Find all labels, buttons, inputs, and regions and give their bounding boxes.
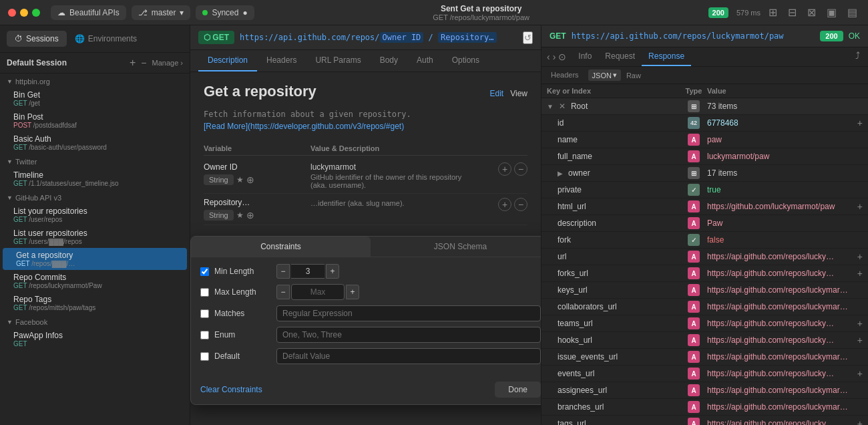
tree-row-url[interactable]: url A https://api.github.com/repos/lucky… [541, 249, 868, 265]
manage-button[interactable]: Manage › [152, 59, 183, 67]
view-button[interactable]: View [510, 89, 527, 98]
expand-root-icon[interactable]: ▼ [547, 103, 554, 110]
tree-row-owner[interactable]: ▶ owner ⊞ 17 items [541, 165, 868, 182]
star-button[interactable]: ★ [236, 175, 244, 184]
tab-description[interactable]: Description [198, 50, 257, 72]
tree-row-hooks-url[interactable]: hooks_url A https://api.github.com/repos… [541, 332, 868, 349]
add-value-button[interactable]: + [857, 201, 863, 212]
add-value-button[interactable]: + [857, 268, 863, 279]
read-more-link[interactable]: [Read More](https://developer.github.com… [204, 122, 527, 131]
tab-environments[interactable]: 🌐 Environments [67, 31, 145, 47]
response-history-button[interactable]: ⊙ [558, 51, 566, 62]
sidebar-item-bin-get[interactable]: Bin Get GET /get [0, 88, 190, 110]
remove-row-button2[interactable]: − [514, 198, 527, 211]
sidebar-item-repo-tags[interactable]: Repo Tags GET /repos/mittsh/paw/tags [0, 292, 190, 314]
tab-sessions[interactable]: ⏱ Sessions [7, 31, 67, 47]
matches-checkbox[interactable] [200, 309, 209, 318]
resp-sub-tab-headers[interactable]: Headers [547, 69, 583, 81]
done-button[interactable]: Done [495, 382, 541, 398]
minimize-button[interactable] [20, 9, 28, 17]
resp-sub-tab-json[interactable]: JSON ▾ [588, 69, 621, 81]
tab-headers[interactable]: Headers [257, 50, 306, 72]
tree-row-collaborators-url[interactable]: collaborators_url A https://api.github.c… [541, 299, 868, 315]
tree-row-teams-url[interactable]: teams_url A https://api.github.com/repos… [541, 315, 868, 332]
resp-tab-request[interactable]: Request [598, 47, 642, 66]
enum-checkbox[interactable] [200, 331, 209, 339]
sidebar-item-list-user-repos[interactable]: List user repositories GET /users/▓▓▓/re… [0, 226, 190, 248]
add-value-button[interactable]: + [857, 318, 863, 329]
tab-auth[interactable]: Auth [407, 50, 443, 72]
resp-sub-tab-raw[interactable]: Raw [626, 69, 641, 81]
var-value-owner[interactable]: luckymarmot [310, 162, 493, 172]
tree-row-events-url[interactable]: events_url A https://api.github.com/repo… [541, 366, 868, 382]
tree-row-branches-url[interactable]: branches_url A https://api.github.com/re… [541, 399, 868, 416]
min-length-decrement[interactable]: − [276, 264, 290, 279]
close-icon[interactable]: ✕ [559, 102, 566, 111]
min-length-input[interactable] [291, 264, 324, 279]
close-button[interactable] [8, 9, 16, 17]
group-httpbin[interactable]: ▼ httpbin.org [0, 74, 190, 88]
branch-selector[interactable]: ⎇ master ▾ [132, 5, 191, 20]
reload-button[interactable]: ↺ [523, 31, 533, 44]
response-forward-button[interactable]: › [553, 51, 556, 62]
layout-button-1[interactable]: ⊞ [766, 3, 780, 21]
expand-owner-icon[interactable]: ▶ [558, 170, 563, 177]
add-value-button[interactable]: + [857, 251, 863, 262]
popup-tab-json-schema[interactable]: JSON Schema [371, 237, 541, 257]
default-input[interactable] [276, 348, 541, 364]
url-param-owner[interactable]: Owner ID [380, 32, 424, 43]
tree-row-fork[interactable]: fork ✓ false [541, 232, 868, 249]
layout-button-4[interactable]: ▣ [824, 3, 839, 21]
env-button2[interactable]: ⊕ [246, 210, 254, 221]
export-button[interactable]: ⤴ [853, 47, 863, 63]
tree-row-private[interactable]: private ✓ true [541, 182, 868, 198]
response-back-button[interactable]: ‹ [547, 51, 550, 62]
tree-row-html-url[interactable]: html_url A https://github.com/luckymarmo… [541, 198, 868, 215]
max-length-decrement[interactable]: − [276, 285, 290, 299]
sidebar-item-list-repos[interactable]: List your repositories GET /user/repos [0, 204, 190, 226]
sidebar-item-timeline[interactable]: Timeline GET /1.1/statuses/user_timeline… [0, 168, 190, 190]
add-value-button[interactable]: + [857, 418, 863, 425]
resp-tab-response[interactable]: Response [642, 47, 691, 66]
sidebar-item-basic-auth[interactable]: Basic Auth GET /basic-auth/user/password [0, 132, 190, 154]
tree-row-name[interactable]: name A paw [541, 132, 868, 148]
tab-url-params[interactable]: URL Params [306, 50, 370, 72]
star-button2[interactable]: ★ [236, 210, 244, 220]
sync-button[interactable]: Synced ● [196, 5, 254, 20]
sidebar-item-repo-commits[interactable]: Repo Commits GET /repos/luckymarmot/Paw [0, 270, 190, 292]
tree-row-forks-url[interactable]: forks_url A https://api.github.com/repos… [541, 265, 868, 282]
clear-constraints-button[interactable]: Clear Constraints [200, 385, 262, 394]
tree-row-keys-url[interactable]: keys_url A https://api.github.com/repos/… [541, 282, 868, 299]
remove-session-button[interactable]: − [141, 57, 146, 68]
env-button[interactable]: ⊕ [246, 174, 254, 185]
tree-row-assignees-url[interactable]: assignees_url A https://api.github.com/r… [541, 382, 868, 399]
layout-button-5[interactable]: ▤ [845, 3, 860, 21]
min-length-checkbox[interactable] [200, 267, 209, 276]
group-github[interactable]: ▼ GitHub API v3 [0, 190, 190, 204]
fullscreen-button[interactable] [32, 9, 40, 17]
enum-input[interactable] [276, 327, 541, 343]
type-badge-string[interactable]: String [204, 174, 234, 185]
layout-button-2[interactable]: ⊟ [785, 3, 799, 21]
resp-tab-info[interactable]: Info [572, 47, 598, 66]
add-value-button[interactable]: + [857, 335, 863, 345]
tree-row-full-name[interactable]: full_name A luckymarmot/paw [541, 148, 868, 165]
sidebar-item-get-repo[interactable]: Get a repository GET /repos/▓▓▓/… [3, 248, 187, 270]
add-row-button[interactable]: + [498, 162, 511, 176]
max-length-input[interactable] [291, 284, 345, 300]
tree-row-issue-events-url[interactable]: issue_events_url A https://api.github.co… [541, 349, 868, 366]
add-value-button[interactable]: + [857, 118, 863, 128]
tree-row-id[interactable]: id 42 6778468 + [541, 115, 868, 132]
matches-input[interactable] [276, 305, 541, 321]
add-value-button[interactable]: + [857, 368, 863, 379]
default-checkbox[interactable] [200, 352, 209, 361]
max-length-checkbox[interactable] [200, 288, 209, 297]
group-twitter[interactable]: ▼ Twitter [0, 154, 190, 168]
tab-body[interactable]: Body [371, 50, 407, 72]
url-param-repo[interactable]: Repository… [438, 32, 496, 43]
layout-button-3[interactable]: ⊠ [805, 3, 819, 21]
sidebar-item-bin-post[interactable]: Bin Post POST /postdsadfdsaf [0, 110, 190, 132]
popup-tab-constraints[interactable]: Constraints [191, 237, 371, 257]
edit-button[interactable]: Edit [490, 89, 504, 98]
sidebar-item-pawapp-infos[interactable]: PawApp Infos GET [0, 328, 190, 350]
